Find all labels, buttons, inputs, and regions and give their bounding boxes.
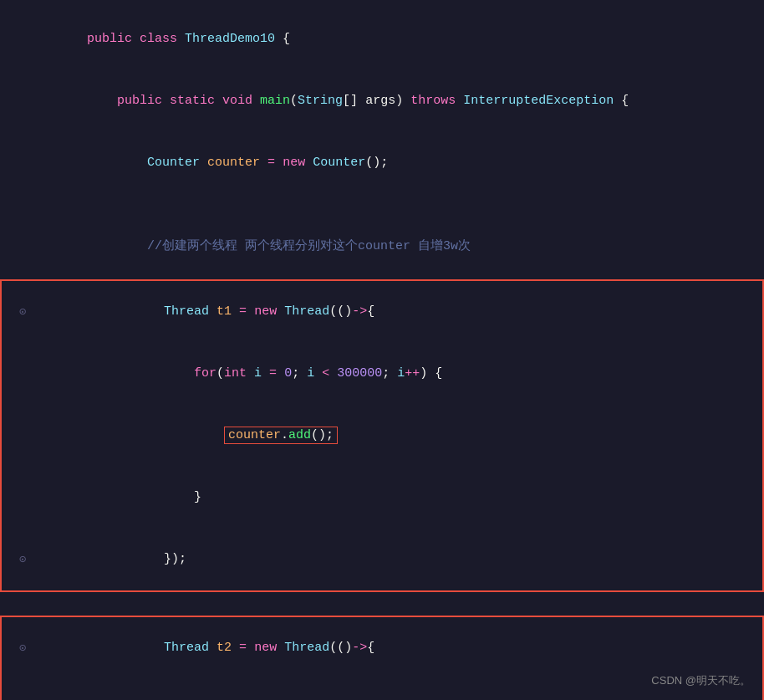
code-line-for2: for(int i = 0; i < 300000; i++) { — [2, 679, 762, 700]
keyword-class: class — [140, 32, 185, 46]
line-content-2: public static void main(String[] args) t… — [33, 71, 747, 131]
line-comment1-content: //创建两个线程 两个线程分别对这个counter 自增3w次 — [33, 217, 747, 277]
thread-type-2: Thread — [164, 641, 209, 655]
class-name: ThreadDemo10 — [185, 32, 283, 46]
code-line-3: Counter counter = new Counter(); — [0, 132, 764, 194]
line-for1-content: for(int i = 0; i < 300000; i++) { — [35, 344, 746, 404]
method-main: main — [260, 94, 290, 108]
gutter-icon-close-1: ⊙ — [19, 550, 26, 569]
code-line-thread2: ⊙ Thread t2 = new Thread(()->{ — [2, 617, 762, 679]
line-blank2 — [33, 593, 747, 613]
line-thread2-content: Thread t2 = new Thread(()->{ — [35, 618, 746, 678]
code-line-blank2 — [0, 592, 764, 614]
code-line-close-for1: } — [2, 467, 762, 529]
code-line-blank1 — [0, 194, 764, 216]
line-blank1 — [33, 195, 747, 215]
watermark: CSDN @明天不吃。 — [651, 672, 751, 690]
line-for2-content: for(int i = 0; i < 300000; i++) { — [35, 680, 746, 700]
gutter-icon-1: ⊙ — [19, 303, 26, 321]
red-box-2: ⊙ Thread t2 = new Thread(()->{ for(int i… — [0, 616, 764, 700]
code-line-thread1-close: ⊙ }); — [2, 529, 762, 590]
red-box-1: ⊙ Thread t1 = new Thread(()->{ for(int i… — [0, 279, 764, 592]
brace-open: { — [283, 32, 290, 46]
gutter-thread2: ⊙ — [10, 639, 35, 657]
gutter-thread1-close: ⊙ — [10, 550, 35, 569]
counter-add-box-1: counter.add(); — [224, 427, 338, 444]
comment-text-1: //创建两个线程 两个线程分别对这个counter 自增3w次 — [147, 239, 471, 253]
line-counter-add1-content: counter.add(); — [35, 406, 746, 466]
code-line-1: public class ThreadDemo10 { — [0, 8, 764, 70]
keyword-void: void — [222, 94, 260, 108]
keyword-public2: public — [117, 94, 170, 108]
counter-var: counter — [207, 156, 260, 170]
code-line-2: public static void main(String[] args) t… — [0, 70, 764, 132]
line-content-3: Counter counter = new Counter(); — [33, 133, 747, 193]
line-thread1-close-content: }); — [35, 529, 746, 590]
code-line-counter-add1: counter.add(); — [2, 405, 762, 467]
thread-type-1: Thread — [164, 304, 209, 319]
line-thread1-content: Thread t1 = new Thread(()->{ — [35, 282, 746, 342]
keyword-public: public — [87, 32, 140, 46]
keyword-for-1: for — [194, 366, 216, 381]
keyword-static: static — [170, 94, 222, 108]
line-close-for1-content: } — [35, 468, 746, 528]
code-line-comment1: //创建两个线程 两个线程分别对这个counter 自增3w次 — [0, 216, 764, 278]
code-editor: public class ThreadDemo10 { public stati… — [0, 0, 764, 700]
code-line-for1: for(int i = 0; i < 300000; i++) { — [2, 343, 762, 405]
code-line-thread1: ⊙ Thread t1 = new Thread(()->{ — [2, 281, 762, 343]
line-content-1: public class ThreadDemo10 { — [33, 9, 747, 69]
counter-type: Counter — [147, 156, 200, 170]
gutter-thread1: ⊙ — [10, 303, 35, 321]
gutter-icon-2: ⊙ — [19, 639, 26, 657]
